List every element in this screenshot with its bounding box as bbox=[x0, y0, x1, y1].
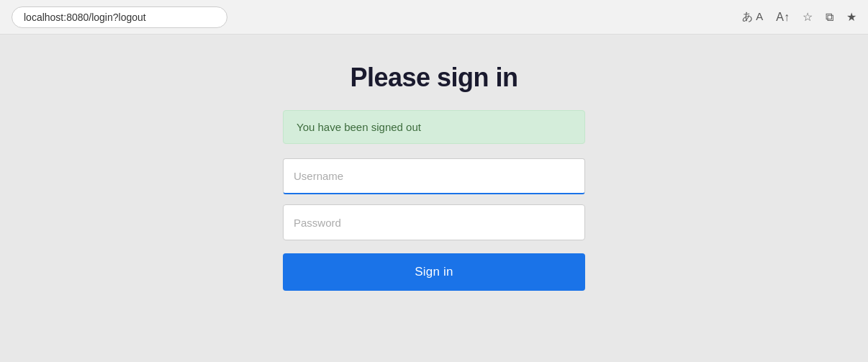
signed-out-alert: You have been signed out bbox=[283, 110, 585, 144]
browser-toolbar: localhost:8080/login?logout あ A A↑ ☆ ⧉ ★ bbox=[0, 0, 868, 35]
split-view-icon[interactable]: ⧉ bbox=[826, 11, 833, 24]
sign-in-button[interactable]: Sign in bbox=[283, 253, 585, 291]
favorites-icon[interactable]: ☆ bbox=[803, 10, 813, 24]
favorites-bar-icon[interactable]: ★ bbox=[846, 10, 856, 24]
reading-view-icon[interactable]: あ A bbox=[742, 10, 763, 24]
url-bar[interactable]: localhost:8080/login?logout bbox=[12, 6, 227, 28]
translate-icon[interactable]: A↑ bbox=[776, 11, 790, 24]
login-container: Please sign in You have been signed out … bbox=[283, 48, 585, 305]
url-text: localhost:8080/login?logout bbox=[24, 12, 146, 23]
alert-message: You have been signed out bbox=[297, 121, 421, 133]
password-input[interactable] bbox=[283, 204, 585, 240]
username-input[interactable] bbox=[283, 158, 585, 194]
page-title: Please sign in bbox=[350, 63, 517, 93]
browser-icons: あ A A↑ ☆ ⧉ ★ bbox=[742, 10, 856, 24]
content-area: Please sign in You have been signed out … bbox=[0, 35, 868, 362]
